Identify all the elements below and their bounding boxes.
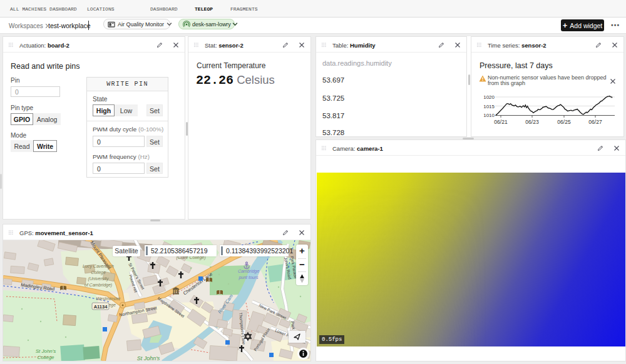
svg-text:punt tours: punt tours	[238, 275, 259, 280]
svg-text:06/23: 06/23	[525, 119, 539, 125]
svg-text:1015: 1015	[483, 104, 495, 109]
svg-text:College: College	[37, 355, 54, 360]
svg-text:St John's: St John's	[137, 355, 160, 361]
svg-text:Cambridge: Cambridge	[238, 269, 259, 274]
svg-text:(University: (University	[88, 276, 109, 281]
svg-text:Westminster: Westminster	[96, 296, 121, 301]
svg-text:06/27: 06/27	[588, 119, 602, 125]
svg-text:A1134: A1134	[94, 304, 108, 310]
svg-text:Lucy Cavendish: Lucy Cavendish	[83, 264, 114, 269]
svg-text:College: College	[91, 270, 106, 275]
svg-text:06/21: 06/21	[494, 119, 508, 125]
svg-text:06/25: 06/25	[557, 119, 571, 125]
svg-text:of Cambridge): of Cambridge)	[85, 283, 112, 288]
svg-text:St John's: St John's	[36, 348, 56, 354]
svg-text:1020: 1020	[483, 94, 495, 100]
svg-text:1010: 1010	[483, 113, 495, 118]
